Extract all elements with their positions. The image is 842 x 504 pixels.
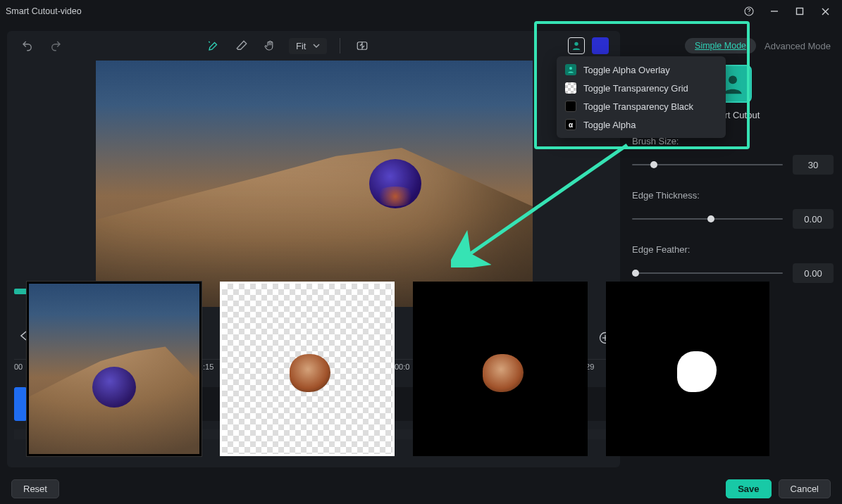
preview-thumb-transparency-black[interactable] <box>413 282 588 456</box>
edge-feather-value[interactable]: 0.00 <box>793 263 834 283</box>
ruler-tick: 00 <box>14 363 23 371</box>
menu-label: Toggle Alpha Overlay <box>583 65 670 75</box>
advanced-mode-tab[interactable]: Advanced Mode <box>764 41 831 51</box>
brush-size-value[interactable]: 30 <box>793 155 834 175</box>
svg-rect-3 <box>797 8 803 15</box>
cutout-subject <box>369 159 421 208</box>
menu-label: Toggle Transparency Grid <box>583 83 688 94</box>
overlay-color-swatch[interactable] <box>592 37 609 54</box>
save-button[interactable]: Save <box>726 479 771 498</box>
undo-icon[interactable] <box>18 37 37 55</box>
help-icon[interactable] <box>738 1 760 21</box>
zoom-fit-select[interactable]: Fit <box>289 38 327 54</box>
person-overlay-icon <box>565 64 576 75</box>
toolbar-divider <box>340 38 340 53</box>
window-controls <box>738 1 836 21</box>
svg-point-1 <box>748 13 749 14</box>
window-title: Smart Cutout-video <box>6 6 82 16</box>
svg-point-9 <box>569 67 572 70</box>
cancel-button[interactable]: Cancel <box>779 479 831 498</box>
alpha-icon: α <box>565 119 576 130</box>
reset-button[interactable]: Reset <box>11 479 59 498</box>
preview-mode-menu: Toggle Alpha Overlay Toggle Transparency… <box>557 56 726 138</box>
preview-canvas[interactable] <box>96 61 533 307</box>
menu-label: Toggle Transparency Black <box>583 101 693 112</box>
pan-tool-icon[interactable] <box>261 37 279 55</box>
eraser-tool-icon[interactable] <box>233 37 251 55</box>
menu-toggle-alpha[interactable]: α Toggle Alpha <box>557 115 726 134</box>
menu-label: Toggle Alpha <box>583 120 636 130</box>
preview-thumb-alpha[interactable] <box>606 282 769 456</box>
timeline-area: 00 :15 00:0 :29 <box>7 282 835 466</box>
timeline-clip[interactable] <box>14 387 27 421</box>
edge-feather-label: Edge Feather: <box>632 244 834 255</box>
person-icon <box>571 40 582 51</box>
preview-thumb-overlay[interactable] <box>27 282 202 456</box>
preview-mode-swatch[interactable] <box>568 37 585 54</box>
zoom-fit-label: Fit <box>296 41 306 51</box>
simple-mode-tab[interactable]: Simple Mode <box>685 38 756 53</box>
brush-size-slider[interactable] <box>632 160 783 169</box>
svg-point-7 <box>574 42 578 46</box>
edge-feather-slider[interactable] <box>632 269 783 277</box>
menu-toggle-alpha-overlay[interactable]: Toggle Alpha Overlay <box>557 61 726 79</box>
edge-thickness-slider[interactable] <box>632 215 783 223</box>
edge-thickness-value[interactable]: 0.00 <box>793 209 834 229</box>
footer: Reset Save Cancel <box>0 473 842 504</box>
redo-icon[interactable] <box>47 37 65 55</box>
black-swatch-icon <box>565 101 576 112</box>
chevron-down-icon <box>313 42 320 49</box>
close-icon[interactable] <box>814 1 836 21</box>
edge-thickness-label: Edge Thickness: <box>632 190 834 201</box>
maximize-icon[interactable] <box>788 1 811 21</box>
checker-icon <box>565 82 576 94</box>
viewer-toolbar: Fit <box>7 31 620 61</box>
menu-toggle-transparency-grid[interactable]: Toggle Transparency Grid <box>557 79 726 97</box>
preview-thumb-transparency-grid[interactable] <box>220 282 395 456</box>
minimize-icon[interactable] <box>763 1 786 21</box>
svg-point-10 <box>729 75 737 84</box>
menu-toggle-transparency-black[interactable]: Toggle Transparency Black <box>557 97 726 115</box>
compare-icon[interactable] <box>353 37 371 55</box>
brush-tool-icon[interactable] <box>204 37 223 55</box>
